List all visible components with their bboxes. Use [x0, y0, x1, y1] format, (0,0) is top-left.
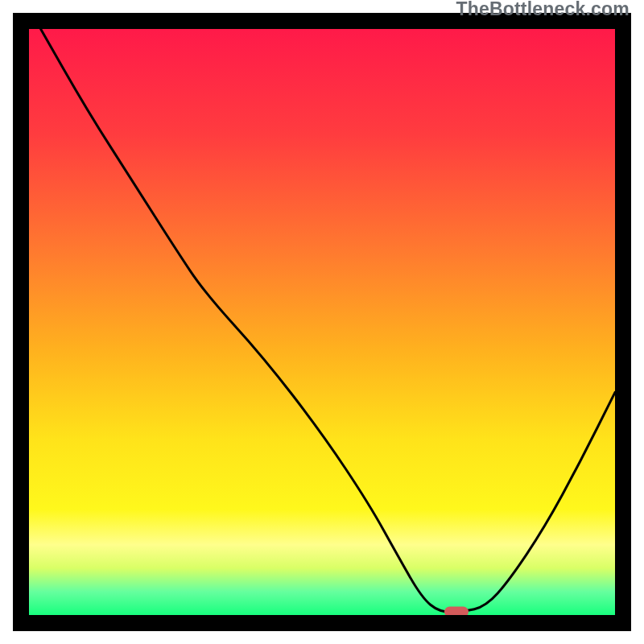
- optimal-marker: [444, 607, 469, 615]
- plot-area: [29, 29, 615, 615]
- watermark-text: TheBottleneck.com: [456, 0, 630, 20]
- bottleneck-curve: [29, 29, 615, 615]
- chart-frame: [13, 13, 631, 631]
